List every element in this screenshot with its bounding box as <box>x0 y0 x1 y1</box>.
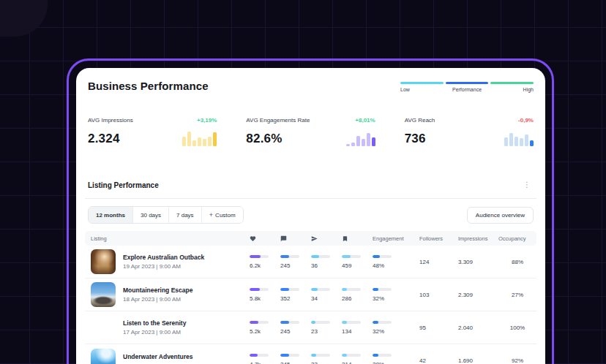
background-corner-decoration <box>0 0 48 37</box>
metric-value: 352 <box>280 295 311 302</box>
listing-text: Underwater Adventures14 Apr 2023 | 10:00… <box>123 353 193 364</box>
column-header-engagement[interactable]: Engagement <box>373 235 419 242</box>
plus-icon: + <box>209 211 213 219</box>
metric-cell: 134 <box>342 321 373 335</box>
table-row[interactable]: Mountaineering Escape18 Apr 2023 | 9:00 … <box>85 278 536 311</box>
date-range-tabs: 12 months30 days7 days+ Custom <box>88 206 244 224</box>
kpi-row: AVG Impressions+3,19%2.324AVG Engagement… <box>85 117 536 146</box>
sparkline-bar <box>356 136 360 146</box>
filter-custom[interactable]: + Custom <box>202 207 243 223</box>
metric-bar <box>280 255 299 258</box>
kpi-label: AVG Impressions <box>88 117 133 124</box>
column-header-shares[interactable] <box>311 235 342 242</box>
followers-value: 42 <box>419 357 458 364</box>
listing-section-header: Listing Performance ⋮ <box>85 180 536 190</box>
sparkline-bar <box>504 137 508 146</box>
metric-value: 214 <box>342 361 373 364</box>
sparkline-bar <box>203 139 206 146</box>
comments-icon <box>280 235 311 242</box>
metric-value: 32% <box>373 295 419 302</box>
column-header-impressions[interactable]: Impressions <box>458 235 498 242</box>
sparkline-bar <box>208 137 212 146</box>
legend-segment-high: High <box>490 82 534 92</box>
likes-icon <box>250 235 280 242</box>
listing-title: Listen to the Serenity <box>123 319 186 327</box>
table-row[interactable]: Explore Australian Outback19 Apr 2023 | … <box>85 246 536 278</box>
metric-value: 245 <box>280 361 311 364</box>
sparkline-bar <box>525 134 528 146</box>
column-header-followers[interactable]: Followers <box>419 235 458 242</box>
metric-bar <box>311 321 330 324</box>
listing-text: Mountaineering Escape18 Apr 2023 | 9:00 … <box>123 287 192 303</box>
metric-cell: 214 <box>342 354 373 364</box>
metric-bar <box>373 321 392 324</box>
sparkline-bar <box>362 139 365 146</box>
table-row[interactable]: Listen to the Serenity17 Apr 2023 | 9:00… <box>85 311 536 344</box>
metric-value: 23 <box>311 328 342 335</box>
metric-value: 5.8k <box>250 295 280 302</box>
desktop-background: Business Performance LowPerformanceHigh … <box>0 0 606 364</box>
metric-value: 5.2k <box>250 328 280 335</box>
occupancy-value: 92% <box>498 357 536 364</box>
legend-bar <box>490 82 534 84</box>
sparkline-bar <box>187 132 191 146</box>
metric-cell: 23 <box>311 354 342 364</box>
performance-legend: LowPerformanceHigh <box>400 82 534 92</box>
column-header-comments[interactable] <box>280 235 311 242</box>
metric-cell: 5.8k <box>250 288 280 302</box>
kpi-value: 2.324 <box>88 132 120 146</box>
listing-thumbnail <box>91 249 116 274</box>
listing-cell: Underwater Adventures14 Apr 2023 | 10:00… <box>85 349 250 364</box>
table-row[interactable]: Underwater Adventures14 Apr 2023 | 10:00… <box>85 344 536 364</box>
dashboard-card: Business Performance LowPerformanceHigh … <box>76 68 545 364</box>
listing-thumbnail <box>91 315 116 340</box>
metric-value: 245 <box>280 328 311 335</box>
sparkline-bar <box>372 137 375 146</box>
filter-30-days[interactable]: 30 days <box>133 207 169 223</box>
table-body: Explore Australian Outback19 Apr 2023 | … <box>85 246 536 364</box>
metric-bar <box>250 321 269 324</box>
sparkline-bar <box>515 137 518 146</box>
kpi-label: AVG Engagements Rate <box>246 117 310 124</box>
saves-icon <box>342 235 373 242</box>
sparkline-bar <box>530 140 534 146</box>
kpi-value: 736 <box>405 132 426 146</box>
metric-value: 28% <box>373 361 419 364</box>
column-header-occupancy[interactable]: Occupancy <box>498 235 536 242</box>
metric-cell: 4.7k <box>250 354 280 364</box>
listing-cell: Mountaineering Escape18 Apr 2023 | 9:00 … <box>85 282 250 307</box>
column-header-saves[interactable] <box>342 235 373 242</box>
metric-bar <box>311 255 330 258</box>
filter-7-days[interactable]: 7 days <box>169 207 202 223</box>
column-header-listing[interactable]: Listing <box>85 235 250 242</box>
metric-cell: 459 <box>342 255 373 269</box>
sparkline-bar <box>351 143 355 146</box>
card-header: Business Performance LowPerformanceHigh <box>85 80 536 92</box>
followers-value: 124 <box>419 259 458 265</box>
metric-bar <box>311 354 330 357</box>
column-header-likes[interactable] <box>250 235 280 242</box>
metric-cell: 32% <box>373 288 419 302</box>
metric-bar <box>250 288 269 291</box>
metric-bar <box>373 288 392 291</box>
occupancy-value: 88% <box>498 259 536 265</box>
metric-cell: 23 <box>311 321 342 335</box>
impressions-value: 3.309 <box>458 259 498 265</box>
occupancy-value: 27% <box>498 292 536 298</box>
metric-bar <box>342 354 361 357</box>
kebab-menu-icon[interactable]: ⋮ <box>520 180 534 190</box>
followers-value: 95 <box>419 325 458 331</box>
filter-row: 12 months30 days7 days+ Custom Audience … <box>85 206 536 224</box>
audience-overview-button[interactable]: Audience overview <box>467 207 534 224</box>
metric-cell: 36 <box>311 255 342 269</box>
metric-bar <box>250 354 269 357</box>
listing-section-title: Listing Performance <box>88 181 159 189</box>
legend-label: High <box>490 87 534 92</box>
sparkline-bar <box>509 133 513 146</box>
filter-12-months[interactable]: 12 months <box>89 207 133 223</box>
metric-cell: 352 <box>280 288 311 302</box>
kpi-value: 82.6% <box>246 132 282 146</box>
kpi-delta: +8,01% <box>355 117 375 124</box>
sparkline-bar <box>520 138 523 146</box>
listing-date: 17 Apr 2023 | 9:00 AM <box>123 329 186 335</box>
